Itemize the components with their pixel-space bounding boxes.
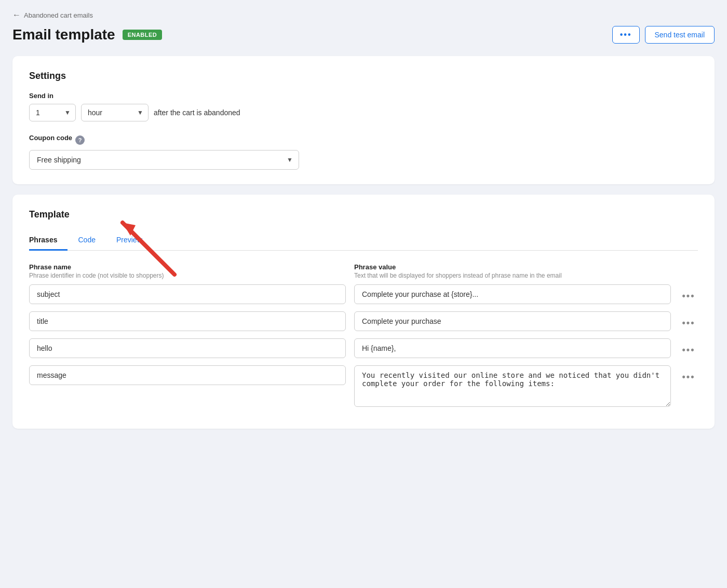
phrase-hello-actions: ••• (679, 338, 698, 357)
after-cart-text: after the cart is abandoned (154, 108, 240, 117)
template-tabs: Phrases Code Preview (29, 230, 698, 251)
phrase-value-header: Phrase value Text that will be displayed… (354, 263, 671, 279)
phrase-row-hello: ••• (29, 338, 698, 358)
phrases-header: Phrase name Phrase identifier in code (n… (29, 263, 698, 279)
phrase-value-subject[interactable] (354, 284, 671, 304)
phrase-subject-actions: ••• (679, 284, 698, 303)
coupon-code-label: Coupon code (29, 134, 72, 142)
phrase-title-actions: ••• (679, 311, 698, 330)
phrase-value-title[interactable] (354, 311, 671, 331)
phrase-name-col-desc: Phrase identifier in code (not visible t… (29, 272, 346, 279)
phrase-value-message[interactable]: You recently visited our online store an… (354, 365, 671, 407)
more-button[interactable]: ••• (612, 26, 640, 44)
phrase-name-title[interactable] (29, 311, 346, 331)
settings-section-title: Settings (29, 71, 698, 81)
send-test-email-button[interactable]: Send test email (645, 26, 715, 44)
back-arrow-icon: ← (12, 10, 21, 20)
phrase-title-more-button[interactable]: ••• (680, 317, 697, 330)
back-link-label: Abandoned cart emails (24, 11, 93, 19)
phrase-name-subject[interactable] (29, 284, 346, 304)
coupon-code-select-wrapper: Free shipping None 10% off 20% off ▼ (29, 150, 299, 170)
phrase-row-message: You recently visited our online store an… (29, 365, 698, 407)
template-section-title: Template (29, 209, 698, 220)
coupon-code-label-row: Coupon code ? (29, 134, 698, 146)
back-link[interactable]: ← Abandoned cart emails (12, 10, 93, 20)
tab-phrases[interactable]: Phrases (29, 230, 68, 251)
tab-code[interactable]: Code (68, 230, 105, 251)
phrase-subject-more-button[interactable]: ••• (680, 290, 697, 303)
phrase-hello-more-button[interactable]: ••• (680, 344, 697, 357)
send-in-unit-wrapper: minute hour day ▼ (81, 104, 149, 121)
settings-card: Settings Send in 1 2 3 6 12 24 ▼ minute … (12, 56, 715, 184)
phrase-name-hello[interactable] (29, 338, 346, 358)
phrase-value-hello[interactable] (354, 338, 671, 358)
tab-preview[interactable]: Preview (106, 230, 153, 251)
phrase-name-header: Phrase name Phrase identifier in code (n… (29, 263, 346, 279)
send-in-label: Send in (29, 92, 698, 100)
header-actions: ••• Send test email (612, 26, 715, 44)
enabled-badge: ENABLED (123, 30, 163, 40)
send-in-unit-select[interactable]: minute hour day (81, 104, 149, 121)
page-header-left: Email template ENABLED (12, 26, 162, 43)
coupon-help-icon[interactable]: ? (75, 135, 85, 145)
send-in-row: 1 2 3 6 12 24 ▼ minute hour day ▼ after … (29, 104, 698, 121)
page-header: Email template ENABLED ••• Send test ema… (12, 26, 715, 44)
phrase-name-col-title: Phrase name (29, 263, 346, 271)
send-in-number-select[interactable]: 1 2 3 6 12 24 (29, 104, 76, 121)
phrase-message-more-button[interactable]: ••• (680, 371, 697, 384)
template-card: Template Phrases Code Preview Phrase nam… (12, 195, 715, 429)
phrase-value-col-title: Phrase value (354, 263, 671, 271)
coupon-code-select[interactable]: Free shipping None 10% off 20% off (29, 150, 299, 170)
phrase-row-title: ••• (29, 311, 698, 331)
page-title: Email template (12, 26, 115, 43)
phrase-value-col-desc: Text that will be displayed for shoppers… (354, 272, 671, 279)
phrases-table: Phrase name Phrase identifier in code (n… (29, 263, 698, 407)
send-in-number-wrapper: 1 2 3 6 12 24 ▼ (29, 104, 76, 121)
coupon-select-container: Free shipping None 10% off 20% off ▼ (29, 150, 299, 170)
phrase-message-actions: ••• (679, 365, 698, 384)
phrase-row-subject: ••• (29, 284, 698, 304)
phrase-name-message[interactable] (29, 365, 346, 385)
